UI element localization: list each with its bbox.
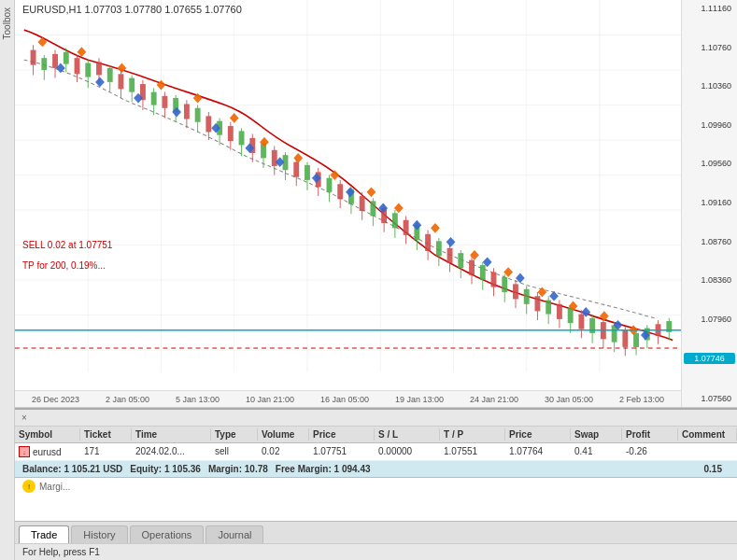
svg-rect-33	[107, 68, 113, 82]
cell-profit: -0.26	[622, 445, 678, 458]
svg-rect-21	[41, 58, 47, 70]
price-p5: 1.09160	[684, 198, 735, 207]
svg-rect-25	[64, 52, 69, 64]
col-price-cur: Price	[505, 428, 571, 441]
svg-rect-19	[31, 50, 36, 65]
svg-marker-136	[37, 37, 47, 48]
symbol-text: eurusd	[33, 447, 62, 457]
tab-trade[interactable]: Trade	[19, 525, 69, 543]
chart-title: EURUSD,H1 1.07703 1.07780 1.07655 1.0776…	[22, 4, 242, 15]
price-current: 1.07746	[684, 353, 735, 364]
close-button[interactable]: ×	[19, 413, 30, 424]
tab-operations[interactable]: Operations	[130, 525, 205, 543]
col-ticket: Ticket	[80, 428, 132, 441]
svg-rect-23	[52, 54, 58, 68]
cell-time: 2024.02.0...	[132, 445, 211, 458]
date-6: 19 Jan 13:00	[395, 395, 444, 404]
price-p6: 1.08760	[684, 237, 735, 246]
svg-rect-107	[513, 284, 518, 299]
col-symbol: Symbol	[15, 428, 80, 441]
margin-text: Margin: 10.78	[208, 464, 268, 474]
tab-history[interactable]: History	[71, 525, 127, 543]
col-time: Time	[132, 428, 211, 441]
svg-rect-79	[360, 196, 365, 211]
status-text: For Help, press F1	[22, 547, 100, 557]
equity-text: Equity: 1 105.36	[130, 464, 201, 474]
sell-icon: ↓	[19, 446, 30, 457]
svg-rect-113	[546, 301, 551, 315]
svg-rect-127	[622, 330, 628, 347]
svg-rect-119	[578, 315, 584, 329]
svg-marker-152	[600, 311, 609, 321]
col-comment: Comment	[678, 428, 737, 441]
svg-rect-109	[524, 289, 530, 304]
date-2: 2 Jan 05:00	[106, 395, 149, 404]
cell-price-cur: 1.07764	[505, 445, 571, 458]
margin-icon: !	[22, 480, 35, 493]
terminal-header: ×	[15, 410, 737, 427]
col-volume: Volume	[258, 428, 309, 441]
date-3: 5 Jan 13:00	[176, 395, 220, 404]
cell-price-open: 1.07751	[309, 445, 375, 458]
sell-annotation: SELL 0.02 at 1.07751	[22, 240, 112, 250]
date-8: 30 Jan 05:00	[545, 395, 593, 404]
svg-rect-49	[195, 108, 201, 122]
col-price: Price	[309, 428, 375, 441]
svg-rect-105	[502, 277, 507, 292]
balance-text: Balance: 1 105.21 USD	[22, 464, 122, 474]
svg-rect-93	[436, 241, 442, 256]
tp-annotation: TP for 200, 0.19%...	[22, 260, 106, 271]
svg-rect-117	[568, 308, 574, 323]
col-swap: Swap	[571, 428, 622, 441]
svg-rect-75	[337, 184, 343, 199]
svg-rect-87	[404, 220, 409, 235]
svg-marker-143	[293, 153, 303, 163]
price-p3: 1.09960	[684, 120, 735, 130]
date-1: 26 Dec 2023	[32, 395, 79, 404]
svg-rect-43	[162, 96, 167, 108]
terminal-panel: × Symbol Ticket Time Type Volume Price S…	[15, 408, 737, 543]
cell-ticket: 171	[80, 445, 132, 458]
svg-rect-129	[633, 333, 639, 347]
svg-rect-47	[184, 104, 190, 119]
price-p4: 1.09560	[684, 159, 735, 168]
chart-svg	[15, 0, 681, 390]
status-bar: For Help, press F1	[15, 543, 737, 560]
balance-row: Balance: 1 105.21 USD Equity: 1 105.36 M…	[15, 461, 737, 478]
svg-marker-145	[367, 187, 376, 197]
table-header: Symbol Ticket Time Type Volume Price S /…	[15, 427, 737, 443]
svg-rect-97	[458, 253, 463, 268]
svg-rect-51	[206, 116, 211, 132]
date-5: 16 Jan 05:00	[320, 395, 369, 404]
chart-area: EURUSD,H1 1.07703 1.07780 1.07655 1.0776…	[15, 0, 737, 408]
date-9: 2 Feb 13:00	[619, 395, 664, 404]
svg-rect-103	[491, 273, 497, 287]
price-p10: 1.07560	[684, 394, 735, 403]
svg-marker-148	[470, 250, 479, 260]
svg-rect-67	[293, 162, 299, 177]
cell-volume: 0.02	[258, 445, 309, 458]
col-tp: T / P	[440, 428, 505, 441]
col-profit: Profit	[622, 428, 678, 441]
margin-label: Margi...	[39, 482, 70, 492]
toolbox-label[interactable]: Toolbox	[2, 7, 12, 39]
toolbox-panel: Toolbox	[0, 0, 15, 560]
table-row: ↓ eurusd 171 2024.02.0... sell 0.02 1.07…	[15, 443, 737, 461]
svg-rect-73	[327, 178, 333, 192]
date-4: 10 Jan 21:00	[246, 395, 294, 404]
price-p7: 1.08360	[684, 275, 735, 285]
svg-marker-164	[412, 220, 421, 231]
svg-rect-85	[392, 213, 398, 228]
svg-rect-101	[480, 265, 486, 280]
cell-tp: 1.07551	[440, 445, 505, 458]
svg-marker-165	[446, 237, 456, 247]
svg-rect-111	[535, 296, 541, 311]
svg-rect-57	[239, 131, 245, 145]
svg-rect-81	[370, 201, 376, 216]
price-high: 1.11160	[684, 4, 735, 13]
svg-marker-147	[431, 223, 440, 233]
price-axis: 1.11160 1.10760 1.10360 1.09960 1.09560 …	[681, 0, 737, 407]
svg-rect-31	[96, 62, 102, 75]
tab-journal[interactable]: Journal	[206, 525, 263, 543]
cell-type: sell	[211, 445, 258, 458]
